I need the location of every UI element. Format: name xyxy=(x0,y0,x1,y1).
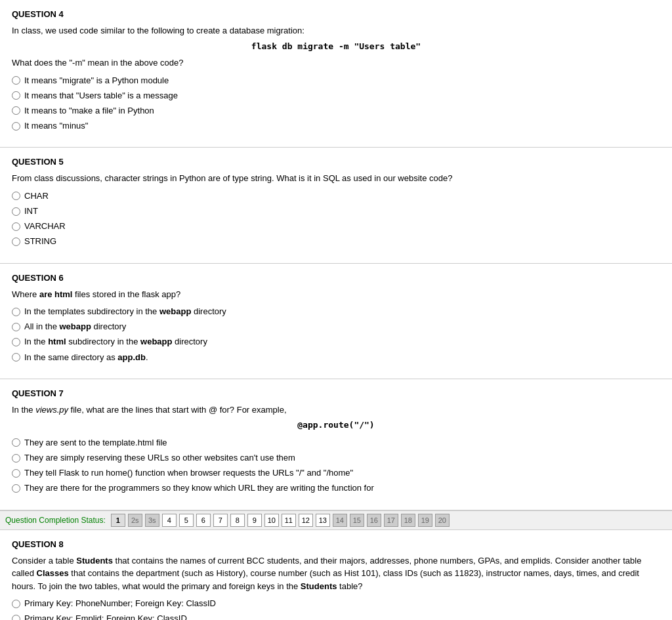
page-btn-8[interactable]: 8 xyxy=(230,514,245,527)
option-q7c-label: They tell Flask to run home() function w… xyxy=(24,467,353,479)
page-btn-4[interactable]: 4 xyxy=(162,514,177,527)
page-btn-9[interactable]: 9 xyxy=(247,514,262,527)
option-q6c-label: In the html subdirectory in the webapp d… xyxy=(24,336,207,348)
question-7: QUESTION 7 In the views.py file, what ar… xyxy=(0,379,672,510)
option-q5c-label: VARCHAR xyxy=(24,220,66,232)
page-btn-19[interactable]: 19 xyxy=(418,514,432,527)
option-q4c[interactable]: It means to "make a file" in Python xyxy=(12,105,660,117)
question-8-text: Consider a table Students that contains … xyxy=(12,554,660,593)
option-q6a-label: In the templates subdirectory in the web… xyxy=(24,306,226,318)
radio-q8a[interactable] xyxy=(12,600,20,608)
option-q6b[interactable]: All in the webapp directory xyxy=(12,321,660,333)
option-q8a[interactable]: Primary Key: PhoneNumber; Foreign Key: C… xyxy=(12,598,660,610)
question-8-header: QUESTION 8 xyxy=(12,539,660,549)
option-q8b[interactable]: Primary Key: Emplid; Foreign Key: ClassI… xyxy=(12,613,660,620)
option-q6d-label: In the same directory as app.db. xyxy=(24,352,148,363)
option-q4b[interactable]: It means that "Users table" is a message xyxy=(12,90,660,102)
option-q6c[interactable]: In the html subdirectory in the webapp d… xyxy=(12,336,660,348)
radio-q7b[interactable] xyxy=(12,454,20,463)
radio-q5d[interactable] xyxy=(12,238,20,246)
option-q7b-label: They are simply reserving these URLs so … xyxy=(24,452,295,464)
option-q4d-label: It means "minus" xyxy=(24,120,88,132)
question-5-text: From class discussions, character string… xyxy=(12,172,660,185)
status-label: Question Completion Status: xyxy=(5,516,106,525)
radio-q7a[interactable] xyxy=(12,438,20,447)
option-q8b-label: Primary Key: Emplid; Foreign Key: ClassI… xyxy=(24,613,187,620)
radio-q6d[interactable] xyxy=(12,353,20,362)
option-q4b-label: It means that "Users table" is a message xyxy=(24,90,178,102)
page-btn-10[interactable]: 10 xyxy=(264,514,279,527)
radio-q4c[interactable] xyxy=(12,106,20,115)
question-6-text: Where are html files stored in the flask… xyxy=(12,288,660,301)
question-6-options: In the templates subdirectory in the web… xyxy=(12,306,660,363)
option-q8a-label: Primary Key: PhoneNumber; Foreign Key: C… xyxy=(24,598,216,610)
option-q4d[interactable]: It means "minus" xyxy=(12,120,660,132)
radio-q6c[interactable] xyxy=(12,338,20,346)
option-q4a[interactable]: It means "migrate" is a Python module xyxy=(12,75,660,87)
option-q7a-label: They are sent to the template.html file xyxy=(24,437,167,449)
option-q7d-label: They are there for the programmers so th… xyxy=(24,482,374,494)
question-5: QUESTION 5 From class discussions, chara… xyxy=(0,148,672,263)
question-4-code: flask db migrate -m "Users table" xyxy=(12,40,660,53)
radio-q8b[interactable] xyxy=(12,615,20,620)
page-btn-1[interactable]: 1 xyxy=(111,514,125,527)
option-q4c-label: It means to "make a file" in Python xyxy=(24,105,154,117)
radio-q4b[interactable] xyxy=(12,91,20,100)
page-btn-16[interactable]: 16 xyxy=(367,514,381,527)
option-q5d[interactable]: STRING xyxy=(12,236,660,247)
option-q5d-label: STRING xyxy=(24,236,56,247)
page-btn-11[interactable]: 11 xyxy=(282,514,296,527)
question-4-options: It means "migrate" is a Python module It… xyxy=(12,75,660,133)
page-btn-12[interactable]: 12 xyxy=(299,514,313,527)
page-btn-17[interactable]: 17 xyxy=(384,514,398,527)
radio-q5c[interactable] xyxy=(12,222,20,231)
question-5-header: QUESTION 5 xyxy=(12,157,660,167)
question-5-options: CHAR INT VARCHAR STRING xyxy=(12,190,660,248)
radio-q7d[interactable] xyxy=(12,484,20,493)
option-q7d[interactable]: They are there for the programmers so th… xyxy=(12,482,660,494)
page-btn-2[interactable]: 2s xyxy=(128,514,142,527)
page-btn-6[interactable]: 6 xyxy=(196,514,211,527)
page-btn-14[interactable]: 14 xyxy=(333,514,347,527)
option-q6d[interactable]: In the same directory as app.db. xyxy=(12,352,660,363)
option-q7a[interactable]: They are sent to the template.html file xyxy=(12,437,660,449)
question-6: QUESTION 6 Where are html files stored i… xyxy=(0,264,672,379)
option-q4a-label: It means "migrate" is a Python module xyxy=(24,75,169,87)
radio-q5b[interactable] xyxy=(12,207,20,216)
page-btn-5[interactable]: 5 xyxy=(179,514,194,527)
option-q5b-label: INT xyxy=(24,205,38,217)
option-q5c[interactable]: VARCHAR xyxy=(12,220,660,232)
radio-q5a[interactable] xyxy=(12,192,20,200)
option-q6b-label: All in the webapp directory xyxy=(24,321,126,333)
question-7-code: @app.route("/") xyxy=(12,419,660,432)
option-q6a[interactable]: In the templates subdirectory in the web… xyxy=(12,306,660,318)
question-7-header: QUESTION 7 xyxy=(12,388,660,398)
question-4: QUESTION 4 In class, we used code simila… xyxy=(0,0,672,148)
question-4-header: QUESTION 4 xyxy=(12,9,660,19)
radio-q4a[interactable] xyxy=(12,76,20,85)
radio-q4d[interactable] xyxy=(12,122,20,131)
radio-q6a[interactable] xyxy=(12,308,20,316)
question-6-header: QUESTION 6 xyxy=(12,273,660,283)
option-q5a[interactable]: CHAR xyxy=(12,190,660,202)
question-7-options: They are sent to the template.html file … xyxy=(12,437,660,495)
option-q5b[interactable]: INT xyxy=(12,205,660,217)
page-btn-15[interactable]: 15 xyxy=(350,514,364,527)
page-btn-7[interactable]: 7 xyxy=(213,514,228,527)
question-8: QUESTION 8 Consider a table Students tha… xyxy=(0,530,672,621)
option-q7c[interactable]: They tell Flask to run home() function w… xyxy=(12,467,660,479)
question-4-text: In class, we used code similar to the fo… xyxy=(12,24,660,70)
radio-q7c[interactable] xyxy=(12,469,20,478)
option-q5a-label: CHAR xyxy=(24,190,49,202)
page-btn-13[interactable]: 13 xyxy=(316,514,330,527)
page-btn-18[interactable]: 18 xyxy=(401,514,415,527)
option-q7b[interactable]: They are simply reserving these URLs so … xyxy=(12,452,660,464)
question-8-options: Primary Key: PhoneNumber; Foreign Key: C… xyxy=(12,598,660,620)
question-7-text: In the views.py file, what are the lines… xyxy=(12,403,660,432)
radio-q6b[interactable] xyxy=(12,323,20,331)
page-btn-20[interactable]: 20 xyxy=(435,514,450,527)
status-bar: Question Completion Status: 1 2s 3s 4 5 … xyxy=(0,510,672,530)
page-btn-3[interactable]: 3s xyxy=(145,514,159,527)
